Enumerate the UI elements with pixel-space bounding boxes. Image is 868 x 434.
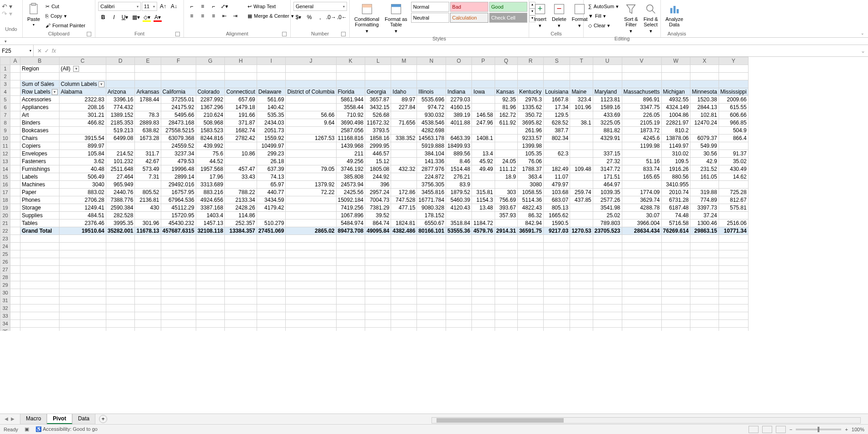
cell[interactable]: 4932.55 (661, 96, 690, 104)
cell[interactable] (690, 297, 719, 304)
cell[interactable] (10, 65, 20, 73)
cell[interactable]: 805.13 (544, 204, 570, 212)
cell[interactable]: 1403.4 (196, 212, 225, 219)
cell[interactable] (10, 73, 20, 80)
cell[interactable] (135, 142, 161, 150)
cell[interactable]: 615.55 (719, 104, 748, 111)
col-header-Y[interactable]: Y (719, 57, 748, 65)
cell[interactable]: 5495.66 (161, 111, 196, 119)
cell[interactable] (570, 219, 593, 227)
cell[interactable]: Sum of Sales (20, 80, 60, 88)
cell[interactable] (495, 297, 517, 304)
cell[interactable] (495, 135, 517, 142)
col-header-X[interactable]: X (690, 57, 719, 65)
cell[interactable]: 8.46 (446, 158, 472, 165)
cell[interactable] (544, 297, 570, 304)
row-header-17[interactable]: 17 (0, 189, 10, 196)
col-header-M[interactable]: M (391, 57, 417, 65)
clipboard-launcher[interactable] (87, 32, 91, 36)
cell[interactable]: 1879.52 (446, 189, 472, 196)
cell[interactable]: Colorado (196, 88, 225, 96)
cell[interactable] (661, 289, 690, 297)
cell[interactable]: 5114.36 (517, 196, 543, 204)
cell[interactable] (570, 65, 593, 73)
cell[interactable]: Kansas (495, 88, 517, 96)
cell[interactable]: 1154.3 (472, 196, 495, 204)
cell[interactable] (10, 80, 20, 88)
cell[interactable] (690, 328, 719, 331)
cell[interactable]: 1389.152 (106, 111, 135, 119)
accessibility-status[interactable]: ♿ Accessibility: Good to go (35, 426, 98, 432)
cell[interactable] (391, 181, 417, 189)
cell[interactable] (472, 104, 495, 111)
cell[interactable] (472, 96, 495, 104)
cell[interactable]: 437.85 (570, 196, 593, 204)
cell[interactable]: 4120.43 (446, 204, 472, 212)
cell[interactable]: 965.949 (106, 181, 135, 189)
cell[interactable]: Labels (20, 173, 60, 181)
cell[interactable]: 2865.02 (286, 227, 336, 235)
cell[interactable] (391, 158, 417, 165)
cell[interactable] (446, 250, 472, 258)
cell[interactable] (135, 266, 161, 274)
cell[interactable]: 4011.88 (446, 119, 472, 127)
cell[interactable]: 3558.44 (336, 104, 365, 111)
align-center-button[interactable]: ≡ (198, 11, 208, 20)
cell[interactable]: Envelopes (20, 150, 60, 158)
cell[interactable]: 371.87 (225, 119, 257, 127)
cell[interactable] (365, 328, 391, 331)
cell[interactable] (570, 250, 593, 258)
cell[interactable] (20, 266, 60, 274)
cell[interactable] (446, 281, 472, 289)
cell[interactable]: 310.02 (661, 150, 690, 158)
cell[interactable] (417, 258, 446, 266)
cell[interactable] (690, 274, 719, 281)
cell[interactable]: Delaware (257, 88, 286, 96)
cell[interactable] (20, 243, 60, 250)
cell[interactable] (10, 297, 20, 304)
cell[interactable]: 611.92 (495, 119, 517, 127)
cell[interactable]: 974.72 (417, 104, 446, 111)
cell[interactable]: 27451.069 (257, 227, 286, 235)
cell[interactable]: 282.528 (106, 212, 135, 219)
cell[interactable]: 14.62 (719, 173, 748, 181)
cell[interactable] (417, 235, 446, 243)
cell[interactable]: 165.65 (622, 173, 661, 181)
cell[interactable]: 479.53 (161, 158, 196, 165)
cell[interactable] (10, 250, 20, 258)
cell[interactable]: 842.94 (517, 219, 543, 227)
cell[interactable] (690, 250, 719, 258)
cell[interactable]: 29492.016 (161, 181, 196, 189)
cell[interactable]: 725.28 (719, 189, 748, 196)
cell[interactable]: 3629.74 (622, 196, 661, 204)
cell[interactable]: 1665.62 (544, 212, 570, 219)
cell[interactable]: 789.803 (593, 219, 622, 227)
col-header-K[interactable]: K (336, 57, 365, 65)
cell[interactable] (135, 181, 161, 189)
cell[interactable]: 573.49 (135, 165, 161, 173)
cell[interactable] (661, 250, 690, 258)
cell[interactable] (336, 266, 365, 274)
cell[interactable] (544, 281, 570, 289)
increase-font-button[interactable]: A↑ (158, 2, 168, 11)
cell[interactable]: 109.48 (570, 165, 593, 173)
cell[interactable]: Arkansas (135, 88, 161, 96)
cell[interactable] (570, 173, 593, 181)
cell[interactable]: 161.05 (690, 173, 719, 181)
cell[interactable]: 1004.86 (661, 111, 690, 119)
cell[interactable] (257, 281, 286, 289)
qat-dropdown[interactable]: ▾ (5, 39, 7, 44)
cell[interactable]: 11672.32 (365, 119, 391, 127)
cell[interactable]: 446.57 (365, 150, 391, 158)
cell[interactable] (661, 274, 690, 281)
cell[interactable]: 561.69 (257, 96, 286, 104)
cell[interactable] (661, 65, 690, 73)
cell[interactable]: 2877.976 (417, 165, 446, 173)
row-header-8[interactable]: 8 (0, 119, 10, 127)
cell[interactable] (59, 266, 106, 274)
cell[interactable]: 788.22 (225, 189, 257, 196)
cell[interactable]: 385.808 (336, 173, 365, 181)
cell[interactable]: 1916.26 (661, 165, 690, 173)
cell[interactable] (10, 227, 20, 235)
cell[interactable] (10, 266, 20, 274)
